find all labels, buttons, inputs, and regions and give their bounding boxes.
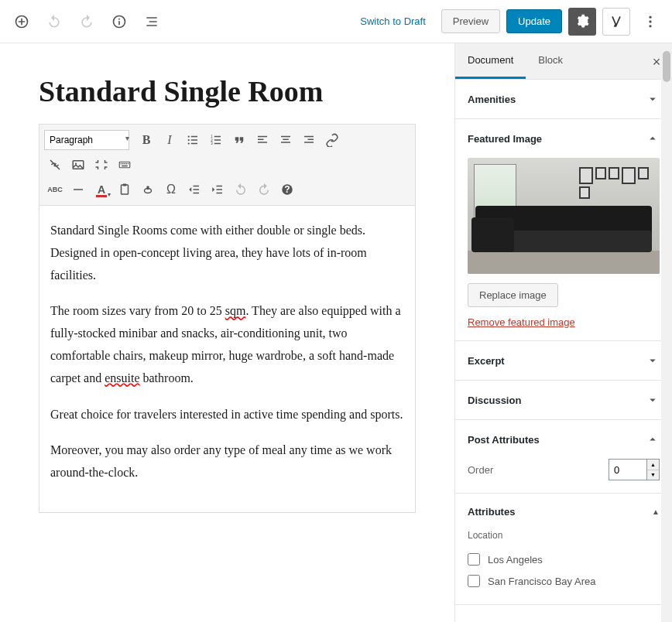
classic-editor-block: Paragraph B I 123 — [39, 124, 416, 513]
link-button[interactable] — [321, 129, 343, 151]
content-paragraph[interactable]: Standard Single Rooms come with either d… — [50, 220, 404, 286]
tab-document[interactable]: Document — [455, 43, 526, 79]
panel-excerpt: Excerpt — [455, 341, 672, 381]
svg-rect-15 — [258, 136, 267, 138]
svg-rect-42 — [217, 189, 223, 190]
svg-rect-6 — [191, 139, 197, 141]
location-checkbox[interactable] — [468, 575, 480, 587]
editor-redo-button[interactable] — [253, 179, 275, 200]
svg-rect-30 — [126, 163, 128, 165]
remove-featured-image-button[interactable]: Remove featured image — [468, 316, 575, 328]
tab-block[interactable]: Block — [526, 43, 575, 79]
distraction-free-button[interactable] — [91, 154, 112, 176]
align-right-button[interactable] — [298, 129, 320, 151]
panel-post-attributes: Post Attributes Order ▲ ▼ — [455, 420, 672, 494]
editor-content[interactable]: Standard Single Rooms come with either d… — [39, 206, 415, 512]
content-paragraph[interactable]: The room sizes vary from 20 to 25 sqm. T… — [50, 300, 404, 389]
redo-button[interactable] — [73, 8, 101, 36]
panel-amenities-header[interactable]: Amenities — [455, 80, 672, 118]
location-option: Los Angeles — [488, 554, 543, 566]
content-paragraph[interactable]: Moreover, you may also order any type of… — [50, 439, 404, 484]
svg-rect-4 — [191, 136, 197, 138]
insert-media-button[interactable] — [67, 154, 89, 176]
info-button[interactable] — [105, 8, 133, 36]
outline-button[interactable] — [138, 8, 166, 36]
location-checkbox-row[interactable]: San Francisco Bay Area — [468, 570, 660, 592]
replace-image-button[interactable]: Replace image — [468, 283, 558, 307]
svg-rect-31 — [128, 163, 129, 165]
svg-rect-17 — [258, 142, 267, 143]
location-checkbox[interactable] — [468, 553, 480, 566]
bulleted-list-button[interactable] — [182, 129, 204, 151]
location-option: San Francisco Bay Area — [488, 576, 595, 587]
add-block-button[interactable] — [8, 8, 36, 36]
svg-rect-19 — [283, 139, 289, 141]
more-menu-button[interactable] — [636, 8, 664, 36]
help-button[interactable]: ? — [276, 179, 298, 200]
keyboard-button[interactable] — [114, 154, 135, 176]
panel-title: Attributes — [468, 506, 515, 518]
svg-rect-10 — [214, 136, 221, 138]
panel-amenities: Amenities — [455, 80, 672, 119]
indent-button[interactable] — [207, 179, 228, 200]
chevron-down-icon — [646, 393, 660, 407]
svg-rect-26 — [119, 162, 130, 168]
panel-excerpt-header[interactable]: Excerpt — [455, 341, 672, 380]
svg-rect-32 — [122, 166, 128, 167]
scrollbar-track[interactable] — [661, 43, 672, 622]
svg-rect-23 — [304, 142, 314, 143]
svg-rect-14 — [214, 143, 221, 145]
update-button[interactable]: Update — [506, 9, 562, 33]
panel-post-attributes-header[interactable]: Post Attributes — [455, 420, 672, 459]
switch-to-draft-button[interactable]: Switch to Draft — [351, 9, 435, 33]
order-spinner: ▲ ▼ — [647, 459, 660, 480]
svg-point-2 — [649, 25, 651, 27]
unlink-button[interactable] — [44, 154, 66, 176]
text-color-button[interactable]: A▾ — [91, 179, 112, 200]
align-left-button[interactable] — [252, 129, 273, 151]
align-center-button[interactable] — [275, 129, 297, 151]
order-decrement[interactable]: ▼ — [647, 470, 659, 480]
numbered-list-button[interactable]: 123 — [205, 129, 227, 151]
panel-discussion-header[interactable]: Discussion — [455, 381, 672, 419]
panel-attributes-header[interactable]: Attributes ▲ — [455, 494, 672, 530]
svg-rect-34 — [122, 185, 129, 194]
panel-title: Post Attributes — [468, 434, 540, 446]
special-char-button[interactable]: Ω — [160, 179, 182, 200]
scrollbar-thumb[interactable] — [663, 51, 670, 82]
strikethrough-button[interactable]: ABC — [44, 179, 66, 200]
outdent-button[interactable] — [183, 179, 205, 200]
svg-rect-12 — [214, 139, 221, 141]
svg-rect-33 — [74, 189, 83, 190]
toolbar-left — [8, 8, 166, 36]
italic-button[interactable]: I — [159, 129, 180, 151]
panel-discussion: Discussion — [455, 381, 672, 420]
chevron-down-icon — [646, 92, 660, 106]
svg-text:3: 3 — [211, 142, 213, 145]
order-increment[interactable]: ▲ — [647, 460, 659, 470]
location-checkbox-row[interactable]: Los Angeles — [468, 549, 660, 570]
settings-sidebar: Document Block × Amenities Featured Imag… — [455, 43, 672, 622]
undo-button[interactable] — [40, 8, 68, 36]
svg-rect-8 — [191, 143, 197, 145]
svg-rect-29 — [124, 163, 125, 165]
preview-button[interactable]: Preview — [441, 9, 500, 33]
editor-undo-button[interactable] — [230, 179, 252, 200]
yoast-button[interactable] — [602, 8, 630, 36]
panel-featured-image-header[interactable]: Featured Image — [455, 119, 672, 158]
post-title[interactable]: Standard Single Room — [39, 74, 416, 108]
clear-formatting-button[interactable] — [137, 179, 159, 200]
chevron-up-icon — [646, 432, 660, 446]
svg-rect-35 — [123, 184, 127, 186]
format-select[interactable]: Paragraph — [44, 130, 129, 150]
bold-button[interactable]: B — [135, 129, 157, 151]
svg-point-3 — [188, 135, 190, 137]
blockquote-button[interactable] — [228, 129, 250, 151]
settings-button[interactable] — [568, 8, 596, 36]
horizontal-rule-button[interactable] — [67, 179, 89, 200]
order-input[interactable] — [609, 459, 647, 480]
content-paragraph[interactable]: Great choice for travelers interested in… — [50, 404, 404, 426]
paste-text-button[interactable] — [114, 179, 135, 200]
featured-image-preview[interactable] — [468, 158, 660, 274]
svg-rect-37 — [147, 186, 149, 190]
